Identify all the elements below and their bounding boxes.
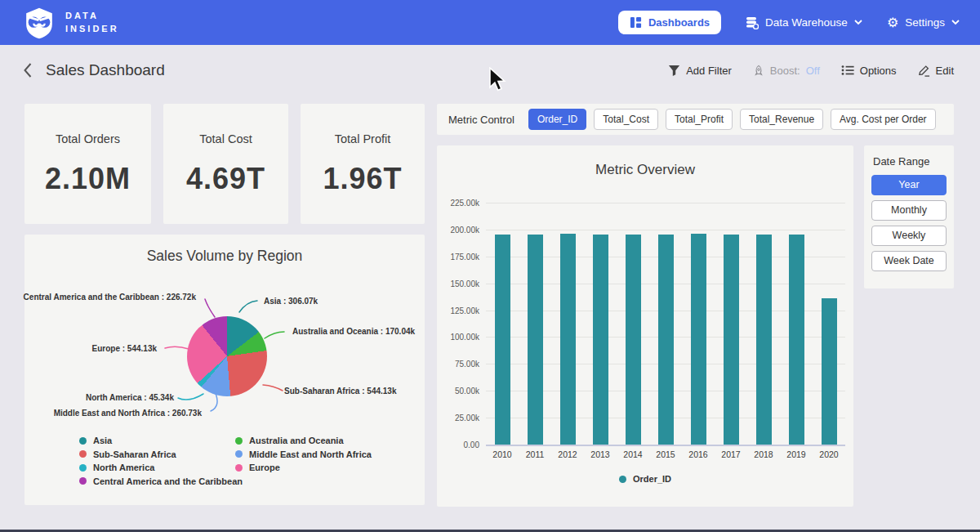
x-tick-2010: 2010 [486,449,519,459]
pie-label-north-america: North America : 45.34k [86,393,174,402]
metric-option-total-revenue[interactable]: Total_Revenue [740,109,823,130]
data-warehouse-menu[interactable]: Data Warehouse [746,16,862,29]
legend-swatch [79,437,87,445]
gridline [486,445,845,446]
legend-item-middle-east-north-africa[interactable]: Middle East and North Africa [235,449,372,459]
edit-label: Edit [936,65,954,77]
legend-swatch [619,476,626,483]
legend-swatch [79,464,87,472]
x-tick-2015: 2015 [649,449,682,459]
metric-option-avg-cost-per-order[interactable]: Avg. Cost per Order [831,109,936,130]
legend-item-australia-oceania[interactable]: Australia and Oceania [235,436,372,445]
kpi-label: Total Orders [56,132,120,145]
date-range-year-button[interactable]: Year [871,175,947,195]
boost-label: Boost: [770,65,800,77]
pie-label-middle-east-north-africa: Middle East and North Africa : 260.73k [54,409,202,418]
metric-option-total-profit[interactable]: Total_Profit [666,109,733,130]
date-range-panel: Date Range Year Monthly Weekly Week Date [864,145,954,288]
y-tick: 75.00k [455,360,479,369]
bar-x-axis: 2010201120122013201420152016201720182019… [486,449,845,459]
bar-chart-legend[interactable]: Order_ID [437,474,853,484]
legend-label: North America [93,463,154,472]
bar-2016[interactable] [691,234,706,445]
bar-2010[interactable] [495,235,510,445]
legend-swatch [235,437,243,445]
pie-chart[interactable] [187,316,267,396]
date-range-weekly-button[interactable]: Weekly [871,226,947,246]
back-button[interactable] [23,62,33,78]
database-icon [746,16,759,29]
bar-2019[interactable] [789,235,804,445]
metric-control-options: Order_ID Total_Cost Total_Profit Total_R… [528,109,936,130]
metric-option-total-cost[interactable]: Total_Cost [594,109,658,130]
settings-label: Settings [905,16,945,29]
pie-chart-title: Sales Volume by Region [24,248,425,265]
metric-control-bar: Metric Control Order_ID Total_Cost Total… [437,104,954,135]
legend-item-sub-saharan-africa[interactable]: Sub-Saharan Africa [79,449,243,459]
bar-2020[interactable] [822,298,837,445]
pie-label-australia-oceania: Australia and Oceania : 170.04k [292,327,415,336]
kpi-value: 2.10M [45,162,131,196]
settings-menu[interactable]: ⚙ Settings [887,16,960,29]
pie-label-asia: Asia : 306.07k [264,297,318,306]
y-tick: 125.00k [450,306,479,315]
metric-overview-panel: Metric Overview 225.00k200.00k175.00k150… [437,145,853,507]
bar-2014[interactable] [626,235,641,445]
kpi-value: 4.69T [186,162,265,196]
brand: DATA INSIDER [23,7,119,39]
legend-item-central-america-caribbean[interactable]: Central America and the Caribbean [79,476,243,486]
legend-label: Asia [93,436,112,445]
pie-label-europe: Europe : 544.13k [92,344,157,353]
add-filter-label: Add Filter [686,65,732,77]
y-tick: 150.00k [450,279,479,288]
boost-toggle[interactable]: Boost: Off [753,65,820,77]
legend-label: Central America and the Caribbean [93,476,243,486]
chevron-down-icon [951,20,960,25]
subheader: Sales Dashboard Add Filter Boost: Off [0,45,980,96]
brand-text: DATA INSIDER [65,10,119,36]
x-tick-2013: 2013 [584,449,617,459]
kpi-label: Total Profit [335,132,391,145]
bar-2012[interactable] [560,234,576,445]
sales-volume-panel: Sales Volume by Region Asia : 306.07k Au… [24,235,425,505]
date-range-monthly-button[interactable]: Monthly [871,200,947,221]
y-tick: 225.00k [450,199,479,208]
bar-2015[interactable] [658,235,674,445]
rocket-icon [753,65,764,77]
kpi-value: 1.96T [323,162,402,196]
kpi-total-orders: Total Orders 2.10M [24,104,151,224]
subheader-actions: Add Filter Boost: Off Options [668,65,954,77]
x-tick-2017: 2017 [715,449,747,459]
app-root: DATA INSIDER Dashboards D [0,0,980,532]
date-range-week-date-button[interactable]: Week Date [871,251,947,271]
pie-legend-column-2: Australia and Oceania Middle East and No… [235,436,372,472]
options-button[interactable]: Options [841,65,897,77]
bar-2018[interactable] [756,235,772,445]
topnav: Dashboards Data Warehouse ⚙ Settings [618,11,960,34]
metric-option-order-id[interactable]: Order_ID [528,109,586,130]
edit-button[interactable]: Edit [918,65,954,77]
dashboards-button[interactable]: Dashboards [618,11,721,34]
dashboard-grid-icon [630,16,642,29]
y-tick: 25.00k [455,414,479,422]
legend-swatch [79,450,87,458]
list-options-icon [841,65,854,76]
x-tick-2011: 2011 [519,449,551,459]
bar-2011[interactable] [528,235,543,445]
topbar: DATA INSIDER Dashboards D [0,0,980,45]
x-tick-2016: 2016 [682,449,715,459]
legend-item-asia[interactable]: Asia [79,436,243,445]
kpi-label: Total Cost [199,132,252,145]
filter-funnel-icon [668,65,680,77]
legend-item-north-america[interactable]: North America [79,463,243,472]
date-range-options: Year Monthly Weekly Week Date [871,175,947,271]
bar-2013[interactable] [593,235,608,445]
x-tick-2019: 2019 [780,449,813,459]
legend-item-europe[interactable]: Europe [235,463,372,472]
y-tick: 100.00k [450,333,479,342]
legend-label: Sub-Saharan Africa [93,449,176,459]
y-tick: 200.00k [450,226,479,235]
owl-logo-icon [23,7,56,39]
bar-2017[interactable] [724,235,739,445]
add-filter-button[interactable]: Add Filter [668,65,732,77]
